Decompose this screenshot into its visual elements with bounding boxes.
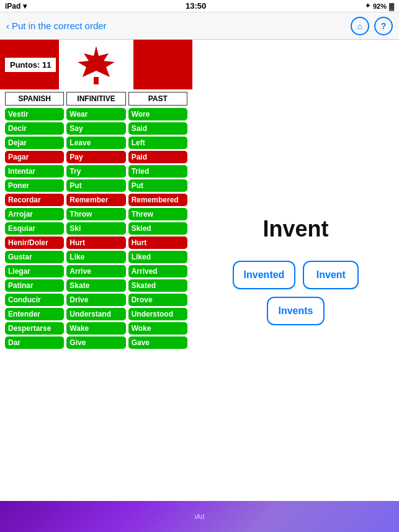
cell-infinitive: Throw — [66, 208, 125, 220]
table-row: Henir/DolerHurtHurt — [5, 237, 187, 249]
cell-spanish: Vestir — [5, 108, 64, 120]
cell-spanish: Gustar — [5, 251, 64, 263]
table-row: DespertarseWakeWoke — [5, 322, 187, 335]
nav-icons: ⌂ ? — [351, 17, 393, 35]
battery-icon: ▓ — [389, 2, 394, 10]
cell-past: Drove — [128, 294, 187, 306]
cell-spanish: Decir — [5, 122, 64, 135]
cell-past: Wore — [128, 108, 187, 120]
cell-infinitive: Arrive — [66, 265, 125, 277]
table-row: EntenderUnderstandUnderstood — [5, 308, 187, 320]
table-row: EsquiarSkiSkied — [5, 222, 187, 235]
table-row: DarGiveGave — [5, 336, 187, 349]
table-row: PagarPayPaid — [5, 151, 187, 163]
answer-option-2[interactable]: Invents — [267, 297, 324, 325]
cell-infinitive: Drive — [66, 294, 125, 306]
flag-red-right — [133, 40, 192, 89]
cell-past: Woke — [128, 322, 187, 335]
table-row: VestirWearWore — [5, 108, 187, 120]
main-content: Puntos: 11 SPANISH INFINITIVE PAST Vesti… — [0, 40, 399, 501]
cell-infinitive: Ski — [66, 222, 125, 235]
cell-infinitive: Understand — [66, 308, 125, 320]
cell-spanish: Esquiar — [5, 222, 64, 235]
cell-past: Said — [128, 122, 187, 135]
cell-infinitive: Try — [66, 165, 125, 178]
back-button[interactable]: ‹ Put in the correct order — [6, 20, 107, 31]
ad-label: iAd — [195, 513, 205, 520]
table-row: ConducirDriveDrove — [5, 294, 187, 306]
cell-infinitive: Give — [66, 336, 125, 349]
cell-infinitive: Pay — [66, 151, 125, 163]
points-badge: Puntos: 11 — [5, 58, 56, 72]
cell-past: Tried — [128, 165, 187, 178]
status-right: ✦ 92% ▓ — [365, 2, 394, 10]
cell-spanish: Conducir — [5, 294, 64, 306]
home-button[interactable]: ⌂ — [351, 17, 369, 35]
cell-spanish: Recordar — [5, 194, 64, 206]
cell-spanish: Arrojar — [5, 208, 64, 220]
battery-label: 92% — [373, 2, 387, 10]
ipad-label: iPad — [5, 2, 20, 11]
cell-past: Skied — [128, 222, 187, 235]
svg-rect-1 — [94, 77, 99, 84]
col-header-infinitive: INFINITIVE — [66, 92, 125, 106]
nav-title: Put in the correct order — [12, 20, 107, 31]
cell-past: Threw — [128, 208, 187, 220]
nav-bar: ‹ Put in the correct order ⌂ ? — [0, 12, 399, 40]
col-header-spanish: SPANISH — [5, 92, 64, 106]
table-rows-container: VestirWearWoreDecirSaySaidDejarLeaveLeft… — [5, 108, 187, 349]
cell-infinitive: Remember — [66, 194, 125, 206]
help-button[interactable]: ? — [374, 17, 393, 35]
cell-spanish: Dar — [5, 336, 64, 349]
right-panel: Invent Invented Invent Invents — [192, 40, 399, 501]
cell-spanish: Pagar — [5, 151, 64, 163]
cell-spanish: Intentar — [5, 165, 64, 178]
cell-past: Hurt — [128, 237, 187, 249]
cell-spanish: Entender — [5, 308, 64, 320]
flag-header: Puntos: 11 — [0, 40, 192, 89]
cell-spanish: Dejar — [5, 137, 64, 149]
table-row: LlegarArriveArrived — [5, 265, 187, 277]
table-row: PatinarSkateSkated — [5, 279, 187, 292]
cell-past: Skated — [128, 279, 187, 292]
table-row: RecordarRememberRemembered — [5, 194, 187, 206]
cell-infinitive: Skate — [66, 279, 125, 292]
status-left: iPad ▾ — [5, 2, 27, 11]
cell-infinitive: Put — [66, 179, 125, 192]
status-time: 13:50 — [186, 1, 206, 11]
cell-infinitive: Wear — [66, 108, 125, 120]
current-word: Invent — [262, 216, 328, 242]
flag-red-left: Puntos: 11 — [0, 40, 59, 89]
left-panel: Puntos: 11 SPANISH INFINITIVE PAST Vesti… — [0, 40, 192, 501]
table-row: DecirSaySaid — [5, 122, 187, 135]
cell-infinitive: Wake — [66, 322, 125, 335]
cell-spanish: Llegar — [5, 265, 64, 277]
cell-spanish: Patinar — [5, 279, 64, 292]
svg-marker-0 — [78, 46, 115, 77]
table-row: GustarLikeLiked — [5, 251, 187, 263]
cell-spanish: Poner — [5, 179, 64, 192]
back-chevron-icon: ‹ — [6, 20, 9, 31]
answer-option-1[interactable]: Invent — [303, 261, 359, 289]
cell-past: Put — [128, 179, 187, 192]
answer-option-0[interactable]: Invented — [233, 261, 296, 289]
cell-past: Gave — [128, 336, 187, 349]
table-header: SPANISH INFINITIVE PAST — [5, 92, 187, 106]
status-bar: iPad ▾ 13:50 ✦ 92% ▓ — [0, 0, 399, 12]
table-row: PonerPutPut — [5, 179, 187, 192]
cell-infinitive: Say — [66, 122, 125, 135]
ad-banner: iAd — [0, 501, 399, 532]
cell-past: Left — [128, 137, 187, 149]
maple-leaf-icon — [71, 45, 121, 85]
cell-infinitive: Hurt — [66, 237, 125, 249]
flag-center — [59, 40, 133, 89]
vocab-table: SPANISH INFINITIVE PAST VestirWearWoreDe… — [0, 92, 192, 349]
cell-infinitive: Like — [66, 251, 125, 263]
cell-spanish: Despertarse — [5, 322, 64, 335]
cell-past: Liked — [128, 251, 187, 263]
cell-infinitive: Leave — [66, 137, 125, 149]
answer-options: Invented Invent Invents — [205, 261, 387, 325]
cell-past: Paid — [128, 151, 187, 163]
wifi-icon: ▾ — [23, 2, 27, 11]
table-row: IntentarTryTried — [5, 165, 187, 178]
